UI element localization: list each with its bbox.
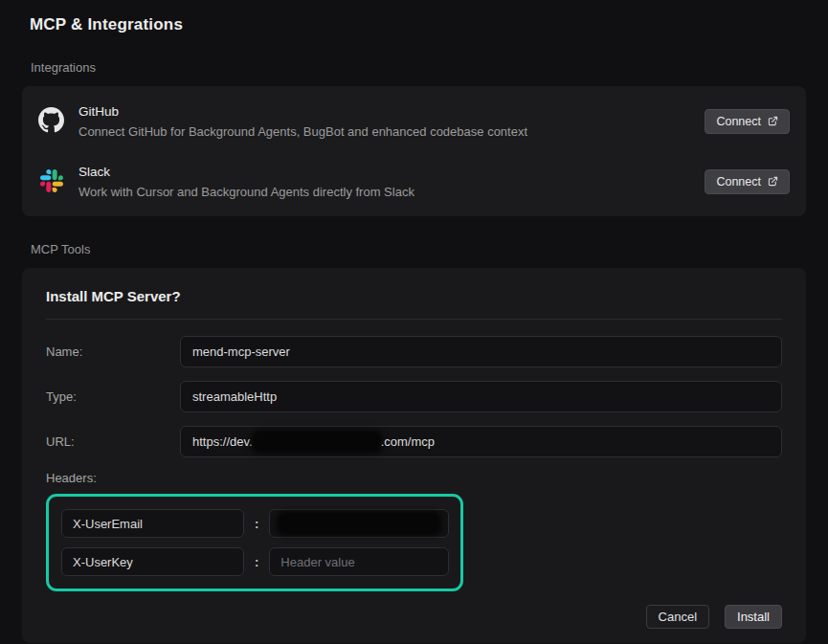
url-field-label: URL: [46,434,180,449]
github-icon [38,107,64,133]
name-field-row: Name: [46,336,782,367]
url-prefix: https://dev. [192,434,253,449]
url-suffix: .com/mcp [381,434,435,449]
connect-button-label: Connect [716,115,761,128]
slack-icon [38,167,64,193]
connect-button-label: Connect [716,175,761,189]
integration-name: GitHub [78,104,705,119]
header-value-input[interactable] [269,509,449,538]
header-row: : [61,509,448,538]
install-mcp-server-dialog: Install MCP Server? Name: Type: URL: htt… [22,268,806,643]
cancel-button[interactable]: Cancel [646,605,709,629]
integration-name: Slack [78,165,705,179]
header-row: : [61,547,448,576]
integration-row-slack: Slack Work with Cursor and Background Ag… [22,151,806,211]
url-field-row: URL: https://dev. .com/mcp [46,426,782,457]
redacted-header-value [280,515,437,532]
integrations-section-label: Integrations [22,60,806,75]
name-input[interactable] [180,336,782,367]
header-key-input[interactable] [61,547,244,576]
type-field-label: Type: [46,389,180,404]
header-separator: : [255,555,258,569]
dialog-title: Install MCP Server? [46,288,782,304]
github-connect-button[interactable]: Connect [705,109,790,134]
slack-connect-button[interactable]: Connect [705,169,790,194]
header-key-input[interactable] [61,509,244,538]
url-input[interactable]: https://dev. .com/mcp [180,426,782,457]
integrations-card: GitHub Connect GitHub for Background Age… [22,86,806,216]
integration-description: Connect GitHub for Background Agents, Bu… [78,124,705,139]
dialog-actions: Cancel Install [46,605,782,629]
header-value-input[interactable] [269,547,449,576]
integration-description: Work with Cursor and Background Agents d… [78,185,705,199]
install-button[interactable]: Install [725,605,782,629]
type-input[interactable] [180,381,782,412]
page-title: MCP & Integrations [22,15,806,34]
integration-row-github: GitHub Connect GitHub for Background Age… [22,91,806,151]
external-link-icon [768,176,778,187]
headers-label: Headers: [46,471,782,485]
name-field-label: Name: [46,344,180,359]
header-separator: : [255,517,258,531]
mcp-tools-section-label: MCP Tools [22,242,806,256]
settings-page: MCP & Integrations Integrations GitHub C… [0,0,828,643]
external-link-icon [768,116,778,126]
type-field-row: Type: [46,381,782,412]
dialog-divider [46,319,782,320]
redacted-url-segment [256,433,378,450]
headers-highlight-annotation: : : [46,494,463,591]
